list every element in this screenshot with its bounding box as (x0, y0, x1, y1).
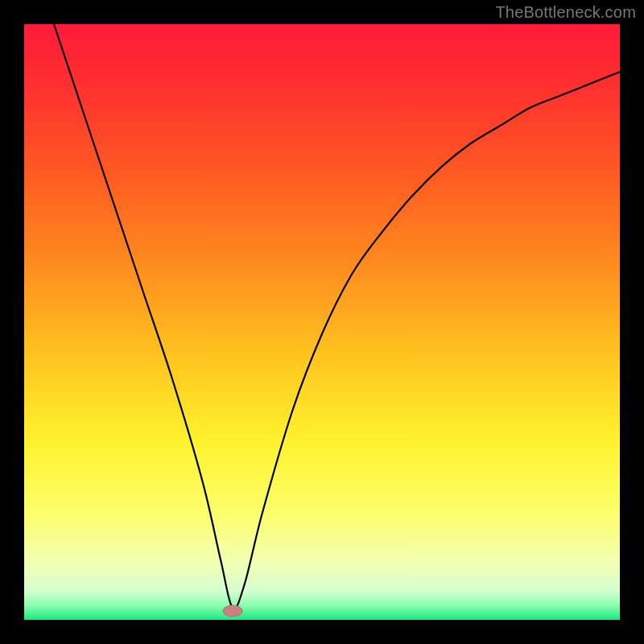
chart-frame: TheBottleneck.com (0, 0, 644, 644)
bottleneck-chart (0, 0, 644, 644)
plot-background (24, 24, 620, 620)
watermark-text: TheBottleneck.com (495, 3, 636, 22)
minimum-marker (223, 605, 242, 617)
